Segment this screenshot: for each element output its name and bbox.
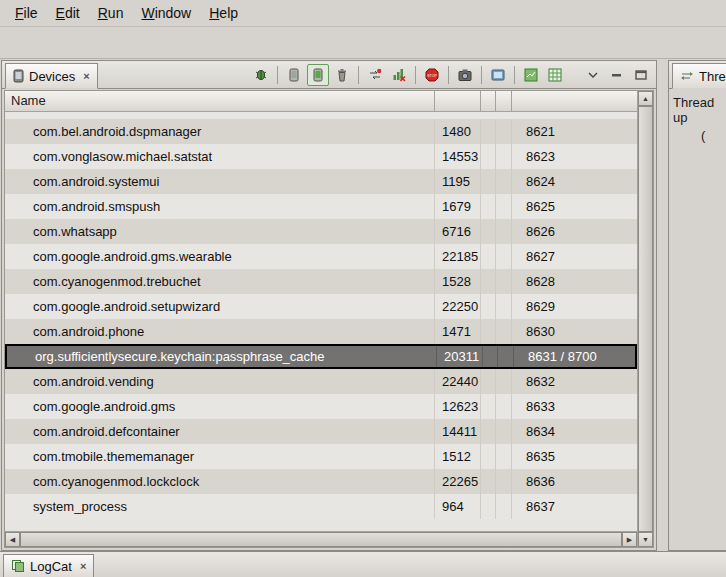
maximize-icon[interactable]	[630, 64, 652, 86]
debug-process-icon[interactable]	[250, 64, 272, 86]
process-name-cell: com.android.smspush	[5, 194, 435, 219]
table-row[interactable]: com.google.android.setupwizard 22250 862…	[5, 294, 637, 319]
toolbar-separator	[481, 66, 482, 84]
blank-cell	[498, 346, 514, 367]
menu-edit[interactable]: Edit	[47, 1, 89, 25]
minimize-icon[interactable]	[606, 64, 628, 86]
process-pid-cell: 1471	[435, 319, 481, 344]
table-row[interactable]: com.android.defcontainer 14411 8634	[5, 419, 637, 444]
process-pid-cell: 22185	[435, 244, 481, 269]
pixel-perfect-icon[interactable]	[544, 64, 566, 86]
dump-hprof-icon[interactable]	[307, 64, 329, 86]
systrace-icon[interactable]	[520, 64, 542, 86]
horizontal-scrollbar-thumb[interactable]	[20, 532, 622, 547]
menu-bar: File Edit Run Window Help	[0, 0, 726, 27]
cause-gc-icon[interactable]	[331, 64, 353, 86]
process-port-cell: 8630	[512, 319, 637, 344]
table-row[interactable]: com.android.phone 1471 8630	[5, 319, 637, 344]
blank-cell	[483, 346, 498, 367]
process-port-cell: 8623	[512, 144, 637, 169]
process-name-cell: com.tmobile.thememanager	[5, 444, 435, 469]
table-row[interactable]: com.cyanogenmod.lockclock 22265 8636	[5, 469, 637, 494]
vertical-scrollbar-thumb[interactable]	[638, 106, 653, 532]
process-port-cell: 8636	[512, 469, 637, 494]
blank-cell	[481, 169, 496, 194]
close-icon[interactable]: ×	[80, 560, 86, 572]
close-icon[interactable]: ×	[83, 70, 89, 82]
threads-message-line1: Thread up	[673, 95, 726, 125]
scroll-right-icon[interactable]: ▶	[622, 532, 637, 547]
toolbar-separator	[415, 66, 416, 84]
process-pid-cell: 1679	[435, 194, 481, 219]
dump-view-hierarchy-icon[interactable]	[487, 64, 509, 86]
process-port-cell: 8632	[512, 369, 637, 394]
table-row[interactable]: com.android.vending 22440 8632	[5, 369, 637, 394]
process-pid-cell: 20311	[437, 346, 483, 367]
process-port-cell: 8627	[512, 244, 637, 269]
table-row[interactable]: com.whatsapp 6716 8626	[5, 219, 637, 244]
table-row[interactable]: system_process 964 8637	[5, 494, 637, 519]
column-header-pid[interactable]	[435, 91, 481, 112]
process-pid-cell: 14411	[435, 419, 481, 444]
stop-process-icon[interactable]: STOP	[421, 64, 443, 86]
menu-run[interactable]: Run	[89, 1, 133, 25]
column-header-blank2[interactable]	[496, 91, 512, 112]
column-header-blank1[interactable]	[481, 91, 496, 112]
table-row[interactable]: com.tmobile.thememanager 1512 8635	[5, 444, 637, 469]
scroll-down-icon[interactable]: ▼	[638, 532, 653, 547]
scroll-up-icon[interactable]: ▲	[638, 91, 653, 106]
process-port-cell: 8637	[512, 494, 637, 519]
process-pid-cell: 12623	[435, 394, 481, 419]
process-pid-cell: 1195	[435, 169, 481, 194]
start-method-profiling-icon[interactable]	[388, 64, 410, 86]
horizontal-scrollbar[interactable]: ◀ ▶	[5, 531, 637, 547]
table-row[interactable]: com.google.android.gms.wearable 22185 86…	[5, 244, 637, 269]
process-name-cell: org.sufficientlysecure.keychain:passphra…	[7, 346, 437, 367]
toolbar-separator	[448, 66, 449, 84]
threads-icon	[680, 69, 694, 83]
tab-threads-label: Threads	[699, 69, 726, 84]
update-threads-icon[interactable]	[364, 64, 386, 86]
process-pid-cell: 1512	[435, 444, 481, 469]
tab-logcat[interactable]: LogCat ×	[3, 554, 94, 577]
process-pid-cell: 22440	[435, 369, 481, 394]
blank-cell	[496, 169, 512, 194]
table-row[interactable]: com.cyanogenmod.trebuchet 1528 8628	[5, 269, 637, 294]
blank-cell	[496, 494, 512, 519]
threads-message: Thread up (	[669, 89, 726, 143]
menu-file[interactable]: File	[6, 1, 47, 25]
process-port-cell: 8629	[512, 294, 637, 319]
blank-cell	[496, 244, 512, 269]
partial-row	[5, 112, 637, 119]
blank-cell	[496, 444, 512, 469]
menu-help[interactable]: Help	[200, 1, 247, 25]
table-row[interactable]: com.bel.android.dspmanager 1480 8621	[5, 119, 637, 144]
blank-cell	[481, 144, 496, 169]
process-name-cell: com.android.systemui	[5, 169, 435, 194]
blank-cell	[481, 244, 496, 269]
table-row[interactable]: org.sufficientlysecure.keychain:passphra…	[5, 344, 637, 369]
process-port-cell: 8634	[512, 419, 637, 444]
scroll-left-icon[interactable]: ◀	[5, 532, 20, 547]
view-menu-icon[interactable]	[582, 64, 604, 86]
table-row[interactable]: com.android.smspush 1679 8625	[5, 194, 637, 219]
main-toolbar	[0, 27, 726, 59]
blank-cell	[481, 194, 496, 219]
tab-devices[interactable]: Devices ×	[5, 63, 98, 89]
table-row[interactable]: com.google.android.gms 12623 8633	[5, 394, 637, 419]
tab-threads[interactable]: Threads	[672, 63, 726, 89]
menu-window[interactable]: Window	[132, 1, 200, 25]
logcat-view: LogCat ×	[0, 551, 726, 577]
screen-capture-icon[interactable]	[454, 64, 476, 86]
process-port-cell: 8624	[512, 169, 637, 194]
blank-cell	[481, 419, 496, 444]
process-pid-cell: 6716	[435, 219, 481, 244]
column-header-port[interactable]	[512, 91, 637, 112]
column-header-name[interactable]: Name	[5, 91, 435, 112]
blank-cell	[496, 144, 512, 169]
vertical-scrollbar[interactable]: ▲ ▼	[637, 91, 653, 547]
table-row[interactable]: com.vonglasow.michael.satstat 14553 8623	[5, 144, 637, 169]
table-row[interactable]: com.android.systemui 1195 8624	[5, 169, 637, 194]
update-heap-icon[interactable]	[283, 64, 305, 86]
devices-toolbar: STOP	[250, 63, 652, 87]
